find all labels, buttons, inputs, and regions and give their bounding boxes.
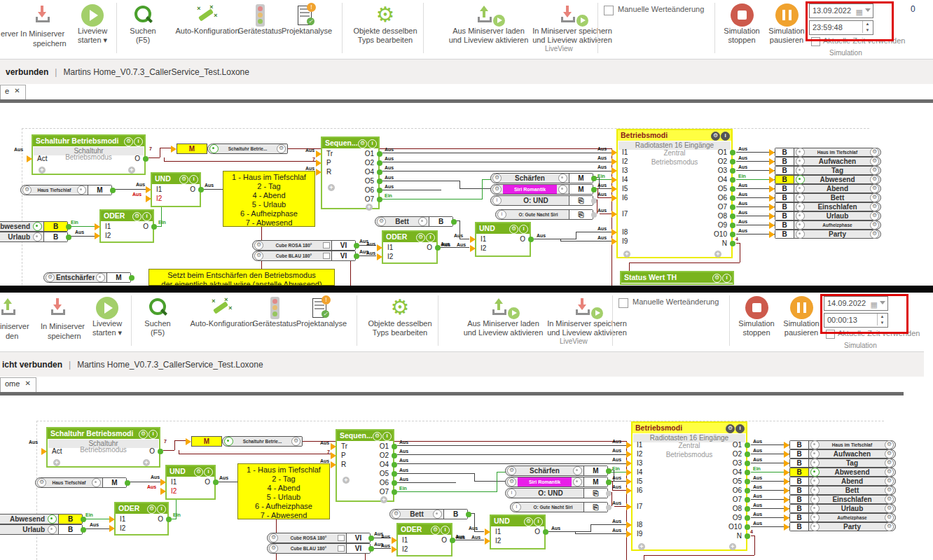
output-connector[interactable] (730, 168, 735, 174)
ref-o-gute-nacht-siri[interactable]: iO: Gute Nacht Siri⎘ (495, 209, 593, 220)
output-O4[interactable]: O4 (718, 176, 727, 183)
output-O3[interactable]: O3 (733, 459, 742, 467)
block-gear-icon[interactable]: ⚙ (179, 175, 188, 184)
input-Tr[interactable]: Tr (341, 442, 347, 450)
gear-icon[interactable]: ⚙ (22, 186, 32, 195)
input-connector[interactable] (784, 478, 789, 485)
output-connector[interactable] (591, 176, 597, 181)
block-gear-icon[interactable]: ⚙ (431, 526, 440, 535)
gear-icon[interactable]: ⚙ (885, 449, 894, 458)
memory-flag-connector[interactable]: M (191, 436, 222, 447)
input-connector[interactable] (331, 461, 336, 468)
input-I2[interactable]: I2 (105, 232, 111, 239)
gear-icon[interactable]: ⚙ (507, 466, 516, 475)
input-connector[interactable] (611, 158, 617, 165)
block-oder-2[interactable]: ODER⚙iI1I2O (396, 523, 452, 556)
input-I2[interactable]: I2 (495, 537, 501, 545)
gear-icon[interactable]: ⚙ (870, 157, 879, 166)
output-O10[interactable]: O10 (714, 230, 727, 238)
output-O[interactable]: O (520, 235, 525, 243)
output-connector[interactable] (392, 444, 397, 449)
input-I8[interactable]: I8 (637, 521, 642, 528)
output-connector[interactable] (606, 491, 611, 496)
input-I2[interactable]: I2 (387, 253, 393, 260)
input-connector[interactable] (485, 528, 490, 536)
gear-icon[interactable]: ⚙ (885, 468, 894, 477)
gear-icon[interactable]: ⚙ (492, 174, 502, 183)
output-connector[interactable] (730, 214, 735, 219)
ref-schaltuhr-betrie[interactable]: Schaltuhr Betrie...⚙ (207, 144, 288, 154)
ref-abwesend[interactable]: AbwesendB (0, 514, 83, 524)
ref-output-haus-im-tiefschlaf[interactable]: BHaus im Tiefschlaf⚙ (775, 148, 881, 157)
block-gear-icon[interactable]: ⚙ (726, 424, 735, 433)
ref-schaerfen[interactable]: ⚙SchärfenM (505, 465, 608, 476)
output-O[interactable]: O (134, 155, 140, 162)
block-schaltuhr-betriebsmodi[interactable]: Schaltuhr Betriebsmodi⚙iSchaltuhrBetrieb… (46, 427, 160, 468)
input-connector[interactable] (769, 213, 775, 220)
gear-icon[interactable]: ⚙ (269, 544, 278, 553)
output-O[interactable]: O (149, 447, 155, 455)
ref-output-party[interactable]: BParty⚙ (789, 522, 896, 531)
ref-output-aufheizphase[interactable]: BAufheizphase⚙ (775, 220, 881, 230)
gear-icon[interactable]: ⚙ (291, 437, 300, 446)
block-sequenz[interactable]: Sequen...⚙iTrPRO1O2O4O5O6O7++ (336, 429, 394, 502)
output-O4[interactable]: O4 (380, 461, 389, 468)
output-O9[interactable]: O9 (718, 221, 727, 229)
input-I2[interactable]: I2 (156, 195, 162, 202)
input-Tr[interactable]: Tr (326, 150, 333, 158)
ref-output-tag[interactable]: BTag⚙ (789, 458, 896, 468)
output-connector[interactable] (143, 156, 148, 162)
output-O2[interactable]: O2 (733, 450, 742, 458)
output-connector[interactable] (377, 188, 382, 193)
output-connector[interactable] (745, 442, 750, 448)
ref-output-aufheizphase[interactable]: BAufheizphase⚙ (789, 513, 896, 522)
input-I4[interactable]: I4 (637, 468, 642, 476)
ref-abwesend[interactable]: AbwesendB (0, 221, 68, 232)
input-I1[interactable]: I1 (402, 536, 408, 544)
gear-icon[interactable]: ⚙ (37, 478, 46, 487)
ref-schaltuhr-betrie[interactable]: Schaltuhr Betrie...⚙ (222, 436, 303, 447)
output-connector[interactable] (730, 204, 735, 210)
block-oder-1[interactable]: ODER⚙iI1I2O (99, 209, 154, 243)
ref-output-abend[interactable]: BAbend⚙ (789, 477, 896, 486)
add-connector-icon[interactable]: + (343, 477, 350, 484)
ref-output-bett[interactable]: BBett⚙ (789, 486, 896, 495)
project-analysis-button[interactable]: !✓ Projektanalyse (289, 293, 354, 349)
gear-icon[interactable]: ⚙ (885, 495, 894, 504)
block-info-icon[interactable]: i (534, 517, 543, 526)
gear-icon[interactable]: ⚙ (870, 184, 879, 193)
output-connector[interactable] (392, 489, 397, 495)
output-connector[interactable] (745, 506, 750, 512)
output-O1[interactable]: O1 (718, 148, 727, 156)
input-P[interactable]: P (341, 451, 346, 459)
input-connector[interactable] (769, 231, 775, 238)
block-gear-icon[interactable]: ⚙ (712, 274, 721, 283)
output-connector[interactable] (158, 449, 163, 454)
input-connector[interactable] (470, 236, 476, 243)
gear-icon[interactable]: ⚙ (46, 273, 55, 282)
block-und-2[interactable]: UND⚙iI1I2O (475, 222, 531, 257)
input-connector[interactable] (626, 460, 632, 467)
input-connector[interactable] (611, 195, 617, 202)
output-connector[interactable] (110, 188, 116, 193)
ref-o-und[interactable]: iO: UND⎘ (505, 488, 608, 498)
output-connector[interactable] (745, 533, 750, 539)
output-connector[interactable] (745, 479, 750, 484)
output-connector[interactable] (730, 177, 735, 183)
block-info-icon[interactable]: i (142, 212, 151, 221)
output-connector[interactable] (730, 232, 735, 237)
gear-icon[interactable]: ⚙ (492, 185, 502, 194)
output-O5[interactable]: O5 (380, 470, 389, 477)
input-connector[interactable] (784, 496, 789, 503)
block-gear-icon[interactable]: ⚙ (139, 430, 148, 439)
gear-icon[interactable]: ⚙ (392, 510, 401, 519)
ref-entschaerfen[interactable]: ⚙EntschärfenM (43, 272, 131, 283)
gear-icon[interactable]: ⚙ (885, 458, 894, 468)
input-I1[interactable]: I1 (156, 186, 162, 193)
output-connector[interactable] (392, 453, 397, 458)
gear-icon[interactable]: ⚙ (885, 522, 894, 531)
input-connector[interactable] (769, 176, 775, 183)
output-connector[interactable] (81, 527, 86, 533)
input-P[interactable]: P (326, 159, 331, 167)
ref-output-bett[interactable]: BBett⚙ (775, 193, 881, 202)
